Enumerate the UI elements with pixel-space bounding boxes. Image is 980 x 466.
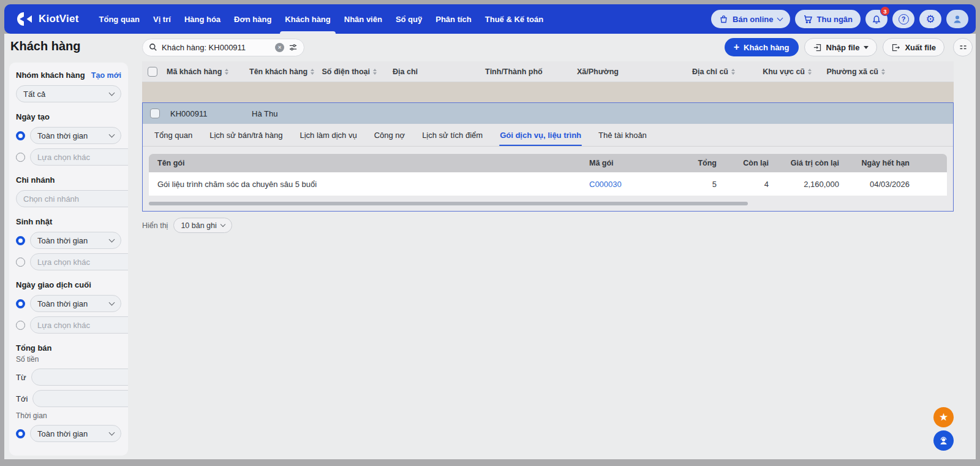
top-nav: KiotViet Tổng quan Vị trí Hàng hóa Đơn h…: [4, 4, 976, 34]
tab-tong-quan[interactable]: Tổng quan: [146, 124, 201, 146]
header-label: Khu vực cũ: [763, 67, 805, 76]
time-label: Thời gian: [16, 411, 121, 420]
created-date-custom-radio[interactable]: [16, 153, 25, 162]
header-dia-chi-cu[interactable]: Địa chỉ cũ: [659, 67, 739, 76]
settings-button[interactable]: ⚙: [919, 10, 941, 28]
customer-row[interactable]: KH000911 Hà Thu: [143, 103, 953, 124]
notification-badge: 3: [880, 6, 890, 16]
thu-ngan-label: Thu ngân: [817, 15, 853, 24]
tab-goi-dich-vu-lieu-trinh[interactable]: Gói dịch vụ, liệu trình: [491, 124, 590, 146]
nav-item-phan-tich[interactable]: Phân tích: [429, 4, 478, 34]
select-all-checkbox[interactable]: [148, 67, 157, 77]
caret-down-icon: [864, 46, 869, 49]
create-group-link[interactable]: Tạo mới: [91, 71, 121, 80]
search-input[interactable]: [162, 43, 271, 52]
import-icon: [813, 43, 822, 52]
birthday-input[interactable]: [37, 258, 128, 267]
header-phuong-xa-cu[interactable]: Phường xã cũ: [815, 67, 889, 76]
birthday-custom-radio[interactable]: [16, 258, 25, 267]
column-settings-button[interactable]: [953, 38, 973, 56]
clear-search-icon[interactable]: ✕: [275, 43, 284, 52]
user-avatar[interactable]: [946, 10, 968, 28]
nav-item-tong-quan[interactable]: Tổng quan: [92, 4, 146, 34]
header-ten-khach-hang[interactable]: Tên khách hàng: [246, 67, 319, 76]
branch-title: Chi nhánh: [16, 175, 55, 185]
header-tinh-thanh-pho[interactable]: Tỉnh/Thành phố: [481, 67, 573, 76]
created-date-input[interactable]: [37, 153, 128, 162]
total-sales-alltime-radio[interactable]: [16, 429, 25, 438]
horizontal-scrollbar-thumb[interactable]: [149, 202, 748, 205]
created-date-custom-input[interactable]: [30, 148, 128, 166]
package-code-link[interactable]: C000030: [589, 180, 622, 189]
favorites-fab-button[interactable]: ★: [933, 407, 954, 427]
export-label: Xuất file: [905, 43, 936, 52]
tab-lich-lam-dich-vu[interactable]: Lịch làm dịch vụ: [291, 124, 365, 146]
filter-customer-group: Nhóm khách hàng Tạo mới Tất cả: [16, 71, 121, 102]
page-size-select[interactable]: 10 bản ghi: [173, 218, 232, 233]
nav-item-vi-tri[interactable]: Vị trí: [146, 4, 178, 34]
filter-sliders-icon[interactable]: [288, 43, 298, 52]
tab-cong-no[interactable]: Công nợ: [366, 124, 413, 146]
search-icon: [149, 43, 157, 52]
help-button[interactable]: ?: [892, 10, 914, 28]
nav-item-don-hang[interactable]: Đơn hàng: [227, 4, 278, 34]
branch-select[interactable]: [16, 190, 128, 207]
display-label: Hiển thị: [142, 221, 168, 230]
header-khu-vuc-cu[interactable]: Khu vực cũ: [739, 67, 815, 76]
amount-from-field[interactable]: [31, 369, 128, 386]
nav-item-nhan-vien[interactable]: Nhân viên: [337, 4, 389, 34]
header-xa-phuong[interactable]: Xã/Phường: [573, 67, 659, 76]
thu-ngan-button[interactable]: Thu ngân: [795, 10, 861, 28]
support-fab-button[interactable]: [933, 430, 954, 451]
customer-name: Hà Thu: [252, 109, 277, 118]
last-transaction-input[interactable]: [37, 321, 128, 330]
created-date-title: Ngày tạo: [16, 112, 50, 121]
tab-the-tai-khoan[interactable]: Thẻ tài khoản: [590, 124, 655, 146]
last-transaction-select[interactable]: Toàn thời gian: [30, 295, 121, 312]
row-highlight-strip: [142, 82, 954, 102]
notifications-button[interactable]: 3: [865, 10, 888, 28]
tab-lich-su-tich-diem[interactable]: Lịch sử tích điểm: [413, 124, 491, 146]
ban-online-button[interactable]: Bán online: [711, 10, 790, 28]
tab-lich-su-ban-tra-hang[interactable]: Lịch sử bán/trả hàng: [201, 124, 291, 146]
horizontal-scrollbar: [149, 202, 947, 205]
package-row[interactable]: Gói liệu trình chăm sóc da chuyên sâu 5 …: [149, 172, 947, 196]
kiotviet-logo-icon: [17, 12, 33, 26]
birthday-alltime-radio[interactable]: [16, 236, 25, 245]
customer-group-select[interactable]: Tất cả: [16, 85, 121, 102]
chevron-down-icon: [109, 299, 115, 305]
header-ma-goi: Mã gói: [586, 159, 662, 167]
amount-label: Số tiền: [16, 355, 121, 364]
nav-item-khach-hang[interactable]: Khách hàng: [278, 4, 337, 34]
last-transaction-custom-input[interactable]: [30, 316, 128, 334]
add-customer-button[interactable]: + Khách hàng: [725, 38, 799, 56]
header-ma-khach-hang[interactable]: Mã khách hàng: [163, 67, 246, 76]
nav-item-thue-ke-toan[interactable]: Thuế & Kế toán: [478, 4, 550, 34]
header-label: Địa chỉ: [393, 67, 418, 76]
nav-item-hang-hoa[interactable]: Hàng hóa: [178, 4, 227, 34]
total-sales-time-select[interactable]: Toàn thời gian: [30, 425, 121, 442]
last-transaction-alltime-radio[interactable]: [16, 299, 25, 308]
customer-code: KH000911: [170, 109, 252, 118]
header-dia-chi[interactable]: Địa chỉ: [380, 67, 481, 76]
plus-icon: +: [734, 42, 739, 52]
last-transaction-custom-radio[interactable]: [16, 321, 25, 330]
amount-to-field[interactable]: [32, 390, 128, 407]
pagination-bar: Hiển thị 10 bản ghi: [142, 218, 232, 233]
amount-to-input[interactable]: [40, 394, 128, 403]
birthday-select[interactable]: Toàn thời gian: [30, 232, 121, 249]
amount-from-input[interactable]: [39, 373, 128, 382]
export-file-button[interactable]: Xuất file: [883, 38, 944, 56]
header-so-dien-thoai[interactable]: Số điện thoại: [319, 67, 380, 76]
row-checkbox[interactable]: [150, 109, 160, 118]
brand-logo[interactable]: KiotViet: [17, 12, 79, 26]
import-file-button[interactable]: Nhập file: [804, 38, 878, 56]
birthday-custom-input[interactable]: [30, 253, 128, 270]
created-date-alltime-radio[interactable]: [16, 131, 25, 140]
created-date-select[interactable]: Toàn thời gian: [30, 127, 121, 144]
branch-input[interactable]: [23, 194, 128, 204]
nav-item-so-quy[interactable]: Sổ quỹ: [389, 4, 429, 34]
add-customer-label: Khách hàng: [744, 43, 789, 52]
search-box[interactable]: ✕: [142, 39, 304, 56]
header-tong: Tổng: [662, 159, 720, 167]
